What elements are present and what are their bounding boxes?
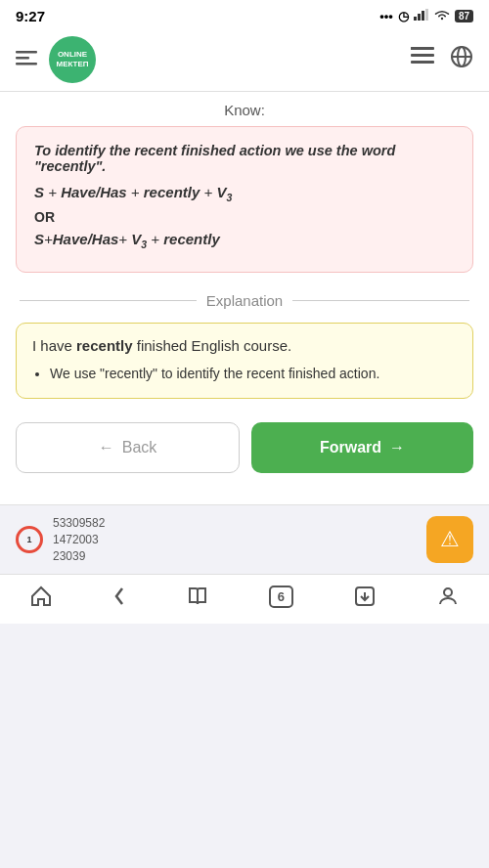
- svg-rect-7: [16, 63, 37, 65]
- svg-rect-8: [411, 47, 434, 50]
- bottom-nav: 6: [0, 574, 489, 624]
- svg-rect-11: [411, 47, 414, 50]
- menu-icon[interactable]: [16, 49, 37, 71]
- svg-rect-5: [16, 51, 37, 54]
- nav-back[interactable]: [112, 585, 126, 608]
- example-sentence: I have recently finished English course.: [32, 337, 457, 354]
- forward-label: Forward: [320, 439, 381, 456]
- formula-1: S + Have/Has + recently + V3: [34, 184, 455, 203]
- svg-point-4: [441, 18, 443, 20]
- nav-badge[interactable]: 6: [269, 586, 293, 608]
- main-content: Know: To identify the recent finished ac…: [0, 92, 489, 504]
- back-button[interactable]: ← Back: [16, 422, 240, 473]
- know-label: Know:: [16, 92, 473, 126]
- battery-level: 87: [455, 10, 473, 22]
- nav-buttons: ← Back Forward →: [16, 422, 473, 489]
- svg-rect-6: [16, 57, 29, 60]
- number-3: 23039: [53, 548, 105, 565]
- svg-rect-0: [414, 17, 417, 21]
- number-1: 53309582: [53, 515, 105, 532]
- nav-book[interactable]: [186, 585, 209, 608]
- svg-rect-1: [418, 14, 421, 21]
- header-left: ONLINE МЕКТЕП: [16, 36, 96, 83]
- grammar-intro: To identify the recent finished action w…: [34, 143, 455, 174]
- nav-home[interactable]: [29, 585, 53, 608]
- divider-line-left: [20, 300, 197, 301]
- forward-arrow-icon: →: [389, 439, 405, 456]
- svg-rect-9: [411, 54, 434, 57]
- svg-rect-2: [422, 11, 424, 21]
- number-2: 1472003: [53, 532, 105, 548]
- clock-icon: ◷: [398, 9, 409, 23]
- forward-button[interactable]: Forward →: [251, 422, 473, 473]
- logo: ONLINE МЕКТЕП: [49, 36, 96, 83]
- svg-point-17: [444, 588, 452, 596]
- nav-user[interactable]: [436, 585, 460, 608]
- status-icons: ••• ◷ 87: [379, 9, 473, 23]
- signal-dots: •••: [379, 9, 393, 23]
- example-box: I have recently finished English course.…: [16, 323, 473, 399]
- grammar-box: To identify the recent finished action w…: [16, 126, 473, 273]
- example-list-item: We use "recently" to identify the recent…: [50, 364, 457, 384]
- status-time: 9:27: [16, 8, 45, 24]
- header-right: [411, 45, 473, 74]
- status-bar: 9:27 ••• ◷ 87: [0, 0, 489, 28]
- globe-icon[interactable]: [450, 45, 473, 74]
- svg-rect-10: [411, 61, 434, 64]
- wifi-icon: [434, 9, 450, 23]
- numbers-block: 53309582 1472003 23039: [53, 515, 105, 564]
- alert-icon: ⚠: [440, 527, 460, 552]
- signal-bars: [414, 9, 429, 23]
- back-label: Back: [122, 439, 157, 456]
- nav-download[interactable]: [353, 585, 377, 608]
- or-label: OR: [34, 209, 455, 225]
- explanation-divider: Explanation: [16, 292, 473, 309]
- header: ONLINE МЕКТЕП: [0, 28, 489, 92]
- alert-button[interactable]: ⚠: [426, 516, 473, 563]
- circle-indicator: 1: [16, 526, 43, 553]
- back-arrow-icon: ←: [99, 439, 114, 456]
- divider-line-right: [292, 300, 469, 301]
- svg-rect-3: [425, 9, 428, 21]
- bottom-info-bar: 1 53309582 1472003 23039 ⚠: [0, 504, 489, 574]
- example-list: We use "recently" to identify the recent…: [32, 364, 457, 384]
- explanation-label: Explanation: [206, 292, 283, 309]
- list-icon[interactable]: [411, 47, 434, 72]
- formula-2: S+Have/Has+ V3 + recently: [34, 231, 455, 250]
